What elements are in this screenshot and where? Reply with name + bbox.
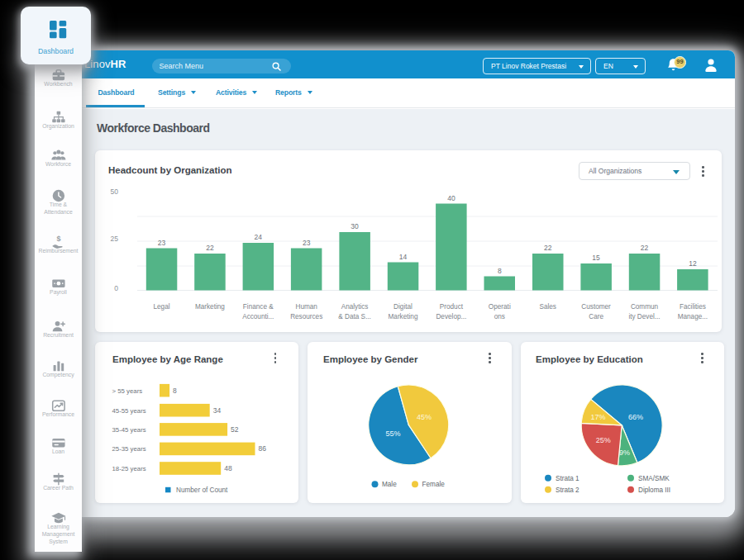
svg-text:23: 23 [303,239,311,247]
svg-text:Resources: Resources [290,313,322,320]
svg-text:Sales: Sales [539,303,556,311]
svg-text:Diploma III: Diploma III [638,486,670,494]
svg-text:ons: ons [494,313,505,320]
svg-text:34: 34 [213,406,222,415]
svg-text:14: 14 [399,253,408,261]
svg-text:23: 23 [158,239,166,247]
svg-text:18-25 years: 18-25 years [112,465,146,472]
svg-text:22: 22 [544,244,552,252]
svg-text:30: 30 [351,222,359,230]
svg-text:Facilities: Facilities [680,303,706,311]
svg-text:Strata 2: Strata 2 [556,486,579,494]
svg-text:15: 15 [592,254,600,262]
svg-text:Legal: Legal [153,303,169,311]
svg-text:Marketing: Marketing [195,303,225,311]
svg-text:> 55 years: > 55 years [112,387,143,395]
svg-text:25: 25 [111,235,119,243]
svg-text:Accounti...: Accounti... [242,313,274,320]
svg-text:Manage...: Manage... [678,313,708,320]
svg-text:12: 12 [689,259,697,268]
svg-text:52: 52 [231,425,239,434]
svg-text:Analytics: Analytics [341,303,369,311]
svg-text:Strata 1: Strata 1 [556,475,579,482]
svg-text:0: 0 [114,284,118,292]
svg-text:Number of Count: Number of Count [176,486,228,494]
svg-text:9%: 9% [619,448,630,457]
svg-text:50: 50 [111,187,119,196]
svg-text:Human: Human [295,303,317,311]
svg-text:Customer: Customer [581,303,611,311]
svg-text:Product: Product [440,303,464,311]
svg-text:Finance &: Finance & [243,303,274,311]
svg-text:25-35 years: 25-35 years [112,445,146,453]
svg-text:& Data S...: & Data S... [338,313,371,320]
svg-text:24: 24 [255,233,263,241]
svg-text:Care: Care [589,313,603,320]
svg-text:45%: 45% [417,413,432,421]
svg-text:86: 86 [259,444,267,453]
svg-text:17%: 17% [590,413,605,421]
svg-text:Digital: Digital [393,303,413,311]
svg-text:Commun: Commun [631,303,659,311]
svg-text:Male: Male [382,481,397,488]
svg-text:SMA/SMK: SMA/SMK [638,475,670,482]
svg-text:22: 22 [206,244,214,252]
svg-text:8: 8 [173,387,177,395]
svg-text:Marketing: Marketing [389,313,418,320]
svg-text:ity Devel...: ity Devel... [628,313,660,320]
svg-text:Develop...: Develop... [436,313,466,320]
svg-text:45-55 years: 45-55 years [112,407,146,415]
svg-text:66%: 66% [628,413,643,421]
svg-text:55%: 55% [385,429,400,438]
svg-text:Female: Female [422,481,446,488]
svg-text:35-45 years: 35-45 years [112,426,146,434]
svg-text:25%: 25% [596,436,611,444]
svg-text:Operati: Operati [489,303,511,311]
svg-text:48: 48 [224,464,232,472]
svg-text:40: 40 [447,194,455,202]
svg-text:$: $ [56,235,60,243]
svg-text:22: 22 [641,244,649,252]
svg-text:8: 8 [498,267,502,275]
